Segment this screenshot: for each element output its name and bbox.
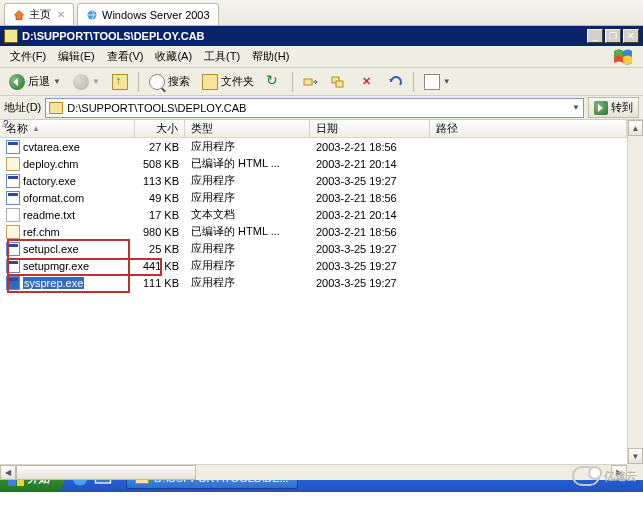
col-size[interactable]: 大小 bbox=[135, 120, 185, 137]
file-row[interactable]: setupcl.exe25 KB应用程序2003-3-25 19:27 bbox=[0, 240, 627, 257]
menu-help[interactable]: 帮助(H) bbox=[246, 47, 295, 66]
scroll-up-button[interactable]: ▲ bbox=[628, 120, 643, 136]
column-headers: 名称▲ 大小 类型 日期 路径 bbox=[0, 120, 627, 138]
file-name: oformat.com bbox=[23, 192, 84, 204]
file-size: 111 KB bbox=[135, 277, 185, 289]
minimize-button[interactable]: _ bbox=[587, 29, 603, 43]
file-icon bbox=[6, 208, 20, 222]
close-button[interactable]: ✕ bbox=[623, 29, 639, 43]
folder-icon bbox=[4, 29, 18, 43]
file-row[interactable]: factory.exe113 KB应用程序2003-3-25 19:27 bbox=[0, 172, 627, 189]
copy-button[interactable] bbox=[326, 71, 352, 93]
titlebar: D:\SUPPORT\TOOLS\DEPLOY.CAB _ ❐ ✕ bbox=[0, 26, 643, 46]
file-icon bbox=[6, 225, 20, 239]
file-size: 27 KB bbox=[135, 141, 185, 153]
col-name[interactable]: 名称▲ bbox=[0, 120, 135, 137]
scroll-left-button[interactable]: ◀ bbox=[0, 465, 16, 480]
back-button[interactable]: 后退 ▼ bbox=[4, 71, 66, 93]
views-icon bbox=[424, 74, 440, 90]
forward-button[interactable]: ▼ bbox=[68, 71, 105, 93]
go-button[interactable]: 转到 bbox=[588, 97, 639, 118]
tab-label: Windows Server 2003 bbox=[102, 9, 210, 21]
file-date: 2003-3-25 19:27 bbox=[310, 277, 430, 289]
up-button[interactable] bbox=[107, 71, 133, 93]
file-list: 名称▲ 大小 类型 日期 路径 cvtarea.exe27 KB应用程序2003… bbox=[0, 120, 643, 464]
up-icon bbox=[112, 74, 128, 90]
file-type: 应用程序 bbox=[185, 241, 310, 256]
search-icon bbox=[149, 74, 165, 90]
tab-label: 主页 bbox=[29, 7, 51, 22]
file-row[interactable]: deploy.chm508 KB已编译的 HTML ...2003-2-21 2… bbox=[0, 155, 627, 172]
file-icon bbox=[6, 276, 20, 290]
address-label: 地址(D) bbox=[4, 100, 41, 115]
maximize-button[interactable]: ❐ bbox=[605, 29, 621, 43]
tab-home[interactable]: 主页 ✕ bbox=[4, 3, 74, 25]
separator bbox=[292, 72, 293, 92]
chevron-down-icon[interactable]: ▼ bbox=[572, 103, 580, 112]
file-name: sysprep.exe bbox=[23, 277, 84, 289]
file-row[interactable]: readme.txt17 KB文本文档2003-2-21 20:14 bbox=[0, 206, 627, 223]
home-icon bbox=[13, 9, 25, 21]
sync-button[interactable] bbox=[261, 71, 287, 93]
svg-rect-1 bbox=[304, 79, 312, 85]
views-button[interactable]: ▼ bbox=[419, 71, 456, 93]
chevron-down-icon: ▼ bbox=[92, 77, 100, 86]
undo-button[interactable] bbox=[382, 71, 408, 93]
tab-ws2003[interactable]: Windows Server 2003 bbox=[77, 3, 219, 25]
col-path[interactable]: 路径 bbox=[430, 120, 627, 137]
col-type[interactable]: 类型 bbox=[185, 120, 310, 137]
file-row[interactable]: sysprep.exe111 KB应用程序2003-3-25 19:27 bbox=[0, 274, 627, 291]
file-date: 2003-2-21 18:56 bbox=[310, 141, 430, 153]
file-type: 已编译的 HTML ... bbox=[185, 224, 310, 239]
col-date[interactable]: 日期 bbox=[310, 120, 430, 137]
file-type: 应用程序 bbox=[185, 275, 310, 290]
folders-button[interactable]: 文件夹 bbox=[197, 71, 259, 93]
doc-tabs: 主页 ✕ Windows Server 2003 bbox=[0, 0, 643, 26]
address-value: D:\SUPPORT\TOOLS\DEPLOY.CAB bbox=[67, 102, 246, 114]
file-type: 应用程序 bbox=[185, 173, 310, 188]
vertical-scrollbar[interactable]: ▲ ▼ bbox=[627, 120, 643, 464]
file-name: readme.txt bbox=[23, 209, 75, 221]
file-name: cvtarea.exe bbox=[23, 141, 80, 153]
cloud-icon bbox=[572, 466, 600, 486]
svg-rect-3 bbox=[336, 81, 343, 87]
menu-view[interactable]: 查看(V) bbox=[101, 47, 150, 66]
close-icon[interactable]: ✕ bbox=[57, 9, 65, 20]
menu-file[interactable]: 文件(F) bbox=[4, 47, 52, 66]
move-to-icon bbox=[303, 74, 319, 90]
file-type: 应用程序 bbox=[185, 258, 310, 273]
file-size: 49 KB bbox=[135, 192, 185, 204]
scroll-thumb[interactable] bbox=[16, 465, 196, 480]
move-button[interactable] bbox=[298, 71, 324, 93]
file-icon bbox=[6, 242, 20, 256]
file-date: 2003-3-25 19:27 bbox=[310, 175, 430, 187]
file-row[interactable]: setupmgr.exe441 KB应用程序2003-3-25 19:27 bbox=[0, 257, 627, 274]
file-date: 2003-3-25 19:27 bbox=[310, 260, 430, 272]
scroll-down-button[interactable]: ▼ bbox=[628, 448, 643, 464]
file-icon bbox=[6, 191, 20, 205]
titlebar-text: D:\SUPPORT\TOOLS\DEPLOY.CAB bbox=[22, 30, 587, 42]
sort-asc-icon: ▲ bbox=[32, 124, 40, 133]
horizontal-scrollbar[interactable]: ◀ ▶ bbox=[0, 464, 627, 480]
search-button[interactable]: 搜索 bbox=[144, 71, 195, 93]
delete-button[interactable]: ✕ bbox=[354, 71, 380, 93]
address-input[interactable]: D:\SUPPORT\TOOLS\DEPLOY.CAB ▼ bbox=[45, 98, 584, 118]
file-name: ref.chm bbox=[23, 226, 60, 238]
file-row[interactable]: ref.chm980 KB已编译的 HTML ...2003-2-21 18:5… bbox=[0, 223, 627, 240]
file-date: 2003-2-21 20:14 bbox=[310, 209, 430, 221]
file-date: 2003-2-21 18:56 bbox=[310, 226, 430, 238]
folders-icon bbox=[202, 74, 218, 90]
windows-flag-icon bbox=[607, 47, 639, 67]
file-row[interactable]: cvtarea.exe27 KB应用程序2003-2-21 18:56 bbox=[0, 138, 627, 155]
menu-edit[interactable]: 编辑(E) bbox=[52, 47, 101, 66]
file-icon bbox=[6, 140, 20, 154]
file-size: 25 KB bbox=[135, 243, 185, 255]
file-name: setupmgr.exe bbox=[23, 260, 89, 272]
addressbar: 地址(D) D:\SUPPORT\TOOLS\DEPLOY.CAB ▼ 转到 bbox=[0, 96, 643, 120]
file-row[interactable]: oformat.com49 KB应用程序2003-2-21 18:56 bbox=[0, 189, 627, 206]
file-type: 应用程序 bbox=[185, 190, 310, 205]
folder-icon bbox=[49, 102, 63, 114]
menu-favorites[interactable]: 收藏(A) bbox=[149, 47, 198, 66]
delete-icon: ✕ bbox=[359, 74, 375, 90]
menu-tools[interactable]: 工具(T) bbox=[198, 47, 246, 66]
